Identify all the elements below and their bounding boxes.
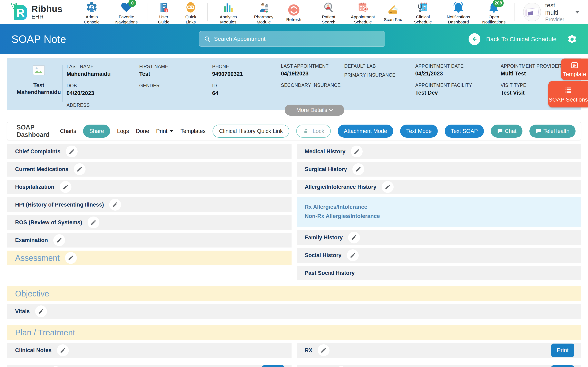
section-vitals: Vitals (7, 304, 581, 319)
edit-pencil-icon[interactable] (74, 163, 86, 175)
back-to-clinical-schedule-link[interactable]: Back To Clinical Schedule (486, 36, 557, 43)
nav-user-guide[interactable]: User Guide (150, 0, 177, 25)
edit-pencil-icon[interactable] (87, 217, 99, 228)
field-id: ID 64 (212, 83, 218, 96)
nav-label: Open Notifications (479, 14, 509, 25)
template-button[interactable]: Template (561, 58, 588, 80)
templates-link[interactable]: Templates (181, 128, 206, 134)
print-button[interactable]: Print (551, 343, 574, 357)
edit-pencil-icon[interactable] (35, 305, 47, 317)
section-di-orders: DI Orders Print (297, 365, 581, 367)
edit-pencil-icon[interactable] (318, 344, 329, 356)
print-button[interactable]: Print (262, 365, 285, 367)
edit-pencil-icon[interactable] (53, 234, 65, 246)
section-rx: RX Print (297, 343, 581, 358)
back-arrow-icon[interactable] (468, 33, 480, 45)
clinical-history-quick-link-button[interactable]: Clinical History Quick Link (213, 125, 289, 138)
ribhus-logo-icon: R (11, 3, 28, 21)
edit-pencil-icon[interactable] (65, 252, 77, 264)
nav-patient-search[interactable]: Patient Search (312, 0, 345, 25)
edit-pencil-icon[interactable] (382, 181, 394, 193)
bell-icon (452, 1, 465, 14)
edit-pencil-icon[interactable] (348, 232, 360, 243)
top-nav-bar: R Ribhus EHR Admin Console 0 Favorite Na… (0, 0, 588, 24)
field-appointment-provider: APPOINTMENT PROVIDER Multi Test (501, 63, 562, 77)
nav-open-notifications[interactable]: 208 Open Notifications (476, 0, 512, 25)
chat-button[interactable]: Chat (491, 125, 522, 138)
share-button[interactable]: Share (83, 125, 110, 138)
nav-clinical-schedule[interactable]: Clinical Schedule (405, 0, 441, 25)
edit-pencil-icon[interactable] (66, 146, 78, 157)
nav-label: Appointment Schedule (348, 14, 378, 25)
done-link[interactable]: Done (136, 128, 149, 134)
logs-link[interactable]: Logs (117, 128, 129, 134)
section-current-medications: Current Medications (7, 162, 292, 176)
link-icon (184, 1, 197, 14)
user-menu[interactable]: test multi Provider (523, 2, 580, 22)
section-examination: Examination (7, 233, 292, 248)
attachment-mode-button[interactable]: Attachment Mode (338, 125, 393, 138)
field-primary-insurance: PRIMARY INSURANCE (344, 72, 396, 78)
book-icon (157, 1, 170, 14)
app-logo[interactable]: R Ribhus EHR (11, 3, 62, 21)
toolbar-title: SOAP Dashboard (17, 124, 60, 138)
section-lab-orders: Lab Orders Print (7, 365, 292, 367)
edit-pencil-icon[interactable] (57, 344, 69, 356)
chevron-down-icon (329, 108, 333, 111)
divider (409, 65, 409, 102)
section-ros: ROS (Review of Systems) (7, 215, 292, 230)
search-icon (204, 35, 211, 42)
charts-link[interactable]: Charts (60, 128, 76, 134)
calendar-stethoscope-icon (416, 1, 429, 14)
edit-pencil-icon[interactable] (50, 366, 62, 367)
text-soap-button[interactable]: Text SOAP (445, 125, 484, 138)
edit-pencil-icon[interactable] (351, 146, 363, 157)
non-rx-allergies-link[interactable]: Non-Rx Allergies/Intolerance (305, 213, 573, 219)
search-input[interactable] (214, 36, 380, 42)
brand-sub: EHR (31, 14, 62, 20)
divider (147, 3, 147, 21)
edit-pencil-icon[interactable] (352, 163, 364, 175)
edit-pencil-icon[interactable] (109, 199, 121, 211)
field-appointment-date: APPOINTMENT DATE 04/21/2023 (415, 63, 464, 77)
telehealth-button[interactable]: TeleHealth (529, 125, 576, 138)
section-social-history: Social History (297, 248, 581, 263)
field-secondary-insurance: SECONDARY INSURANCE (281, 83, 341, 88)
nav-admin-console[interactable]: Admin Console (75, 0, 109, 25)
edit-pencil-icon[interactable] (347, 249, 359, 261)
soap-sections-button[interactable]: SOAP Sections (548, 81, 588, 108)
avatar (523, 3, 541, 21)
nav-favorite-navigations[interactable]: 0 Favorite Navigations (109, 0, 144, 25)
section-assessment: Assessment (7, 250, 292, 265)
divider (275, 65, 275, 102)
section-plan-treatment: Plan / Treatment (7, 325, 581, 340)
refresh-icon (287, 3, 300, 17)
nav-pharmacy-module[interactable]: Pharmacy Module (246, 0, 282, 25)
edit-pencil-icon[interactable] (60, 181, 71, 193)
template-icon (570, 61, 579, 69)
nav-refresh[interactable]: Refresh (282, 2, 306, 22)
nav-label: Favorite Navigations (112, 14, 141, 25)
patient-search-icon (322, 1, 335, 14)
appointment-search[interactable] (199, 31, 385, 47)
caret-down-icon (169, 130, 173, 132)
favorites-count-badge: 0 (129, 0, 136, 7)
more-details-button[interactable]: More Details (285, 105, 344, 116)
nav-notifications-dashboard[interactable]: Notifications Dashboard (441, 0, 476, 25)
print-button[interactable]: Print (551, 365, 574, 367)
nav-scan-fax[interactable]: Scan Fax (380, 2, 405, 22)
section-medical-history: Medical History (297, 144, 581, 159)
settings-gear-icon[interactable] (567, 34, 577, 44)
edit-pencil-icon[interactable] (335, 366, 347, 367)
field-address: ADDRESS (67, 103, 90, 108)
nav-analytics-modules[interactable]: Analytics Modules (210, 0, 246, 25)
nav-label: Patient Search (315, 14, 342, 25)
section-chief-complaints: Chief Complaints (7, 144, 292, 159)
field-default-lab: DEFAULT LAB (344, 63, 376, 69)
print-menu[interactable]: Print (156, 128, 173, 134)
nav-appointment-schedule[interactable]: Appointment Schedule (345, 0, 381, 25)
lock-button[interactable]: Lock (296, 125, 331, 138)
rx-allergies-link[interactable]: Rx Allergies/Intolerance (305, 204, 573, 210)
text-mode-button[interactable]: Text Mode (400, 125, 438, 138)
nav-quick-links[interactable]: Quick Links (177, 0, 205, 25)
